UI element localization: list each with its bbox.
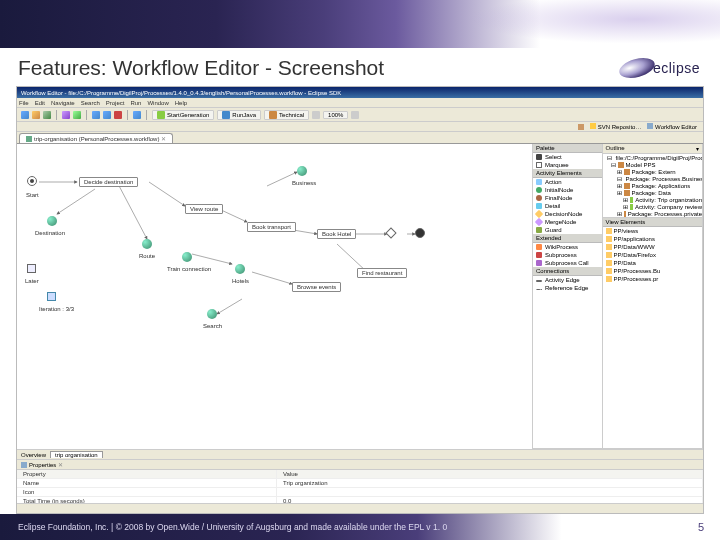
palette-final[interactable]: FinalNode xyxy=(533,194,602,202)
palette-reference-edge[interactable]: Reference Edge xyxy=(533,284,602,292)
view-elements: View Elements PP/views PP/applications P… xyxy=(603,217,702,283)
file-item[interactable]: PP/Processes.Bu xyxy=(603,267,702,275)
start-generation-button[interactable]: StartGeneration xyxy=(152,110,214,120)
palette-marquee[interactable]: Marquee xyxy=(533,161,602,169)
zoom-level[interactable]: 100% xyxy=(323,111,348,119)
tree-model[interactable]: ⊟Model PPS xyxy=(603,161,702,168)
book-transport-node[interactable]: Book transport xyxy=(247,222,296,232)
find-restaurant-node[interactable]: Find restaurant xyxy=(357,268,407,278)
palette-action[interactable]: Action xyxy=(533,178,602,186)
run-java-button[interactable]: RunJava xyxy=(217,110,261,120)
overview-tab[interactable]: Overview xyxy=(21,452,46,458)
slide-title: Features: Workflow Editor - Screenshot xyxy=(18,56,384,80)
svn-perspective[interactable]: SVN Reposito… xyxy=(590,123,641,130)
end-node[interactable] xyxy=(415,228,425,239)
iteration-icon[interactable] xyxy=(47,292,56,301)
palette-view: Palette Select Marquee Activity Elements… xyxy=(533,144,603,448)
palette-decision[interactable]: DecisionNode xyxy=(533,210,602,218)
svg-line-8 xyxy=(192,254,232,264)
route-node[interactable] xyxy=(142,239,152,250)
palette-wiki[interactable]: WikiProcess xyxy=(533,243,602,251)
tool-icon-2[interactable] xyxy=(103,111,111,119)
file-item[interactable]: PP/applications xyxy=(603,235,702,243)
file-item[interactable]: PP/Data xyxy=(603,259,702,267)
menu-navigate[interactable]: Navigate xyxy=(51,100,75,106)
business-node[interactable] xyxy=(297,166,307,177)
palette-extended-header: Extended xyxy=(533,234,602,243)
svg-line-5 xyxy=(117,182,147,239)
tree-act-trip[interactable]: ⊞Activity: Trip organization xyxy=(603,196,702,203)
menu-help[interactable]: Help xyxy=(175,100,187,106)
perspective-bar: SVN Reposito… Workflow Editor xyxy=(17,122,703,132)
browse-events-node[interactable]: Browse events xyxy=(292,282,341,292)
outline-menu-icon[interactable]: ▾ xyxy=(696,145,699,152)
decision-node[interactable] xyxy=(387,229,395,237)
file-item[interactable]: PP/views xyxy=(603,227,702,235)
tree-pkg-apps[interactable]: ⊞Package: Applications xyxy=(603,182,702,189)
search-icon[interactable] xyxy=(133,111,141,119)
outline-header: Outline xyxy=(606,145,625,152)
eclipse-window: Workflow Editor - file:/C:/Programme/Dig… xyxy=(16,86,704,514)
palette-guard[interactable]: Guard xyxy=(533,226,602,234)
trip-tab[interactable]: trip organisation xyxy=(50,451,103,458)
tree-act-comp[interactable]: ⊞Activity: Company review xyxy=(603,203,702,210)
menu-edit[interactable]: Edit xyxy=(35,100,45,106)
main-toolbar: StartGeneration RunJava Technical 100% xyxy=(17,108,703,122)
open-perspective-icon[interactable] xyxy=(578,124,584,130)
menu-project[interactable]: Project xyxy=(106,100,125,106)
workflow-canvas[interactable]: Start Decide destination Destination Lat… xyxy=(17,144,533,449)
prop-name-val[interactable]: Trip organization xyxy=(277,479,703,488)
bottom-tab-strip: Overview trip organisation xyxy=(17,449,703,459)
palette-subcall[interactable]: Subprocess Call xyxy=(533,259,602,267)
properties-tab[interactable]: Properties xyxy=(29,462,56,468)
menu-search[interactable]: Search xyxy=(81,100,100,106)
later-label: Later xyxy=(25,278,39,284)
palette-merge[interactable]: MergeNode xyxy=(533,218,602,226)
prop-icon-val[interactable] xyxy=(277,488,703,497)
palette-header: Palette xyxy=(533,144,602,153)
file-item[interactable]: PP/Data/WWW xyxy=(603,243,702,251)
run-icon[interactable] xyxy=(73,111,81,119)
business-label: Business xyxy=(292,180,316,186)
file-item[interactable]: PP/Data/Firefox xyxy=(603,251,702,259)
tree-pkg-priv[interactable]: ⊞Package: Processes.private xyxy=(603,210,702,217)
book-hotel-node[interactable]: Book Hotel xyxy=(317,229,356,239)
palette-subprocess[interactable]: Subprocess xyxy=(533,251,602,259)
palette-detail[interactable]: Detail xyxy=(533,202,602,210)
tool-icon[interactable] xyxy=(92,111,100,119)
menu-run[interactable]: Run xyxy=(130,100,141,106)
train-conn-label: Train connection xyxy=(167,266,211,272)
technical-button[interactable]: Technical xyxy=(264,110,309,120)
debug-icon[interactable] xyxy=(62,111,70,119)
tree-pkg-extern[interactable]: ⊞Package: Extern xyxy=(603,168,702,175)
palette-initial[interactable]: InitialNode xyxy=(533,186,602,194)
save-icon[interactable] xyxy=(32,111,40,119)
editor-tab[interactable]: trip-organisation (PersonalProcesses.wor… xyxy=(19,133,173,143)
stop-icon[interactable] xyxy=(114,111,122,119)
train-conn-node[interactable] xyxy=(182,252,192,263)
menu-file[interactable]: File xyxy=(19,100,29,106)
zoom-out-icon[interactable] xyxy=(312,111,320,119)
decide-destination-node[interactable]: Decide destination xyxy=(79,177,138,187)
palette-activity-edge[interactable]: Activity Edge xyxy=(533,276,602,284)
search-node[interactable] xyxy=(207,309,217,320)
hotels-node[interactable] xyxy=(235,264,245,275)
print-icon[interactable] xyxy=(43,111,51,119)
destination-label: Destination xyxy=(35,230,65,236)
workflow-perspective[interactable]: Workflow Editor xyxy=(647,123,697,130)
tree-pkg-biz[interactable]: ⊟Package: Processes.Business xyxy=(603,175,702,182)
tree-pkg-data[interactable]: ⊞Package: Data xyxy=(603,189,702,196)
destination-node[interactable] xyxy=(47,216,57,227)
menu-window[interactable]: Window xyxy=(147,100,168,106)
page-number: 5 xyxy=(698,521,704,533)
zoom-in-icon[interactable] xyxy=(351,111,359,119)
svg-line-10 xyxy=(217,299,242,314)
tree-root[interactable]: ⊟file:/C:/Programme/DigilProj/Process xyxy=(603,154,702,161)
new-icon[interactable] xyxy=(21,111,29,119)
file-item[interactable]: PP/Processes.pr xyxy=(603,275,702,283)
start-node[interactable] xyxy=(27,176,37,187)
window-titlebar: Workflow Editor - file:/C:/Programme/Dig… xyxy=(17,87,703,98)
later-node[interactable] xyxy=(27,264,36,273)
view-route-node[interactable]: View route xyxy=(185,204,223,214)
palette-select[interactable]: Select xyxy=(533,153,602,161)
